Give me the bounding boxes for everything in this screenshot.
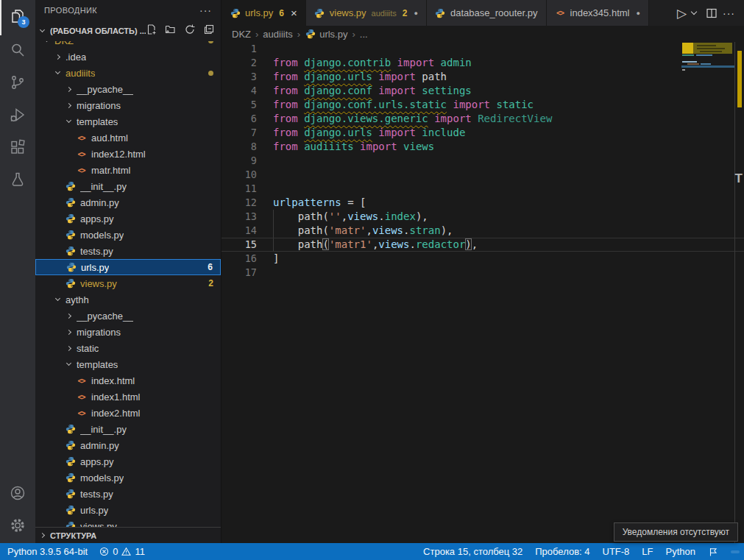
tree-item-__init__.py[interactable]: __init__.py bbox=[35, 421, 221, 437]
tree-item-audiiits[interactable]: audiiits bbox=[35, 65, 221, 81]
code-line-3[interactable]: 3from django.urls import path bbox=[222, 70, 744, 84]
tree-item-.idea[interactable]: .idea bbox=[35, 49, 221, 65]
feedback-icon[interactable] bbox=[708, 547, 718, 557]
tree-item-admin.py[interactable]: admin.py bbox=[35, 437, 221, 453]
code-line-15[interactable]: 15 path('matr1',views.redactor), bbox=[222, 238, 744, 252]
tree-item-static[interactable]: static bbox=[35, 340, 221, 356]
tab-warning-badge: 6 bbox=[279, 8, 284, 18]
activitybar-run-debug[interactable] bbox=[0, 100, 35, 132]
tree-item-__pycache__[interactable]: __pycache__ bbox=[35, 308, 221, 324]
tree-item-admin.py[interactable]: admin.py bbox=[35, 194, 221, 210]
tree-item-__init__.py[interactable]: __init__.py bbox=[35, 178, 221, 194]
code-line-5[interactable]: 5from django.conf.urls.static import sta… bbox=[222, 98, 744, 112]
tree-item-matr.html[interactable]: <>matr.html bbox=[35, 162, 221, 178]
tree-item-index2.html[interactable]: <>index2.html bbox=[35, 405, 221, 421]
tree-item-migrations[interactable]: migrations bbox=[35, 97, 221, 113]
tab-index345.html[interactable]: <>index345.html● bbox=[547, 0, 649, 26]
code-line-9[interactable]: 9 bbox=[222, 154, 744, 168]
tree-item-templates[interactable]: templates bbox=[35, 113, 221, 130]
tree-item-templates[interactable]: templates bbox=[35, 356, 221, 372]
tree-item-aythh[interactable]: aythh bbox=[35, 291, 221, 308]
activitybar-search[interactable] bbox=[0, 35, 35, 68]
breadcrumb-item[interactable]: audiiits bbox=[263, 29, 292, 40]
code-editor[interactable]: 12from django.contrib import admin3from … bbox=[222, 42, 744, 543]
workspace-section-header[interactable]: (РАБОЧАЯ ОБЛАСТЬ) ... bbox=[35, 21, 221, 41]
tree-item-index.html[interactable]: <>index.html bbox=[35, 372, 221, 389]
tab-urls.py[interactable]: urls.py6× bbox=[222, 0, 306, 26]
activitybar-account[interactable] bbox=[0, 478, 35, 511]
tree-item-__pycache__[interactable]: __pycache__ bbox=[35, 81, 221, 97]
python-icon bbox=[65, 456, 76, 467]
tab-views.py[interactable]: views.pyaudiiits2● bbox=[306, 0, 427, 26]
tree-item-label: index12.html bbox=[91, 149, 146, 160]
tree-item-urls.py[interactable]: urls.py6 bbox=[35, 259, 221, 275]
cursor-position-status[interactable]: Строка 15, столбец 32 bbox=[423, 546, 522, 557]
code-line-13[interactable]: 13 path('',views.index), bbox=[222, 210, 744, 224]
run-button[interactable]: ▷ bbox=[677, 6, 687, 21]
eol-status[interactable]: LF bbox=[642, 546, 653, 557]
tree-item-migrations[interactable]: migrations bbox=[35, 324, 221, 340]
code-line-17[interactable]: 17 bbox=[222, 266, 744, 280]
tree-item-apps.py[interactable]: apps.py bbox=[35, 210, 221, 227]
new-file-icon[interactable] bbox=[146, 24, 157, 38]
html-icon: <> bbox=[76, 132, 87, 143]
code-line-10[interactable]: 10 bbox=[222, 168, 744, 182]
activitybar-explorer[interactable]: 3 bbox=[0, 0, 35, 35]
python-icon bbox=[65, 213, 76, 224]
code-line-4[interactable]: 4from django.conf import settings bbox=[222, 84, 744, 98]
code-line-7[interactable]: 7from django.urls import include bbox=[222, 126, 744, 140]
code-line-16[interactable]: 16] bbox=[222, 252, 744, 266]
code-line-14[interactable]: 14 path('matr',views.stran), bbox=[222, 224, 744, 238]
tree-item-tests.py[interactable]: tests.py bbox=[35, 243, 221, 259]
breadcrumb-item[interactable]: ... bbox=[360, 29, 368, 40]
html-icon: <> bbox=[76, 375, 87, 386]
activitybar-source-control[interactable] bbox=[0, 68, 35, 100]
tree-item-models.py[interactable]: models.py bbox=[35, 227, 221, 243]
code-line-12[interactable]: 12urlpatterns = [ bbox=[222, 196, 744, 210]
tree-item-index12.html[interactable]: <>index12.html bbox=[35, 146, 221, 162]
tree-item-apps.py[interactable]: apps.py bbox=[35, 453, 221, 469]
indentation-status[interactable]: Пробелов: 4 bbox=[535, 546, 589, 557]
editor-actions: ▷ ··· bbox=[649, 0, 744, 26]
tree-item-DKZ[interactable]: DKZ bbox=[35, 41, 221, 49]
tree-item-label: audiiits bbox=[65, 68, 95, 79]
breadcrumb-item[interactable]: urls.py bbox=[305, 29, 347, 40]
problems-status[interactable]: 0 11 bbox=[99, 546, 145, 557]
tree-item-tests.py[interactable]: tests.py bbox=[35, 486, 221, 502]
activitybar-testing[interactable] bbox=[0, 165, 35, 197]
vscode-window: 3 ПРОВОДНИК ··· (РАБОЧАЯ ОБЛАСТЬ) ... DK… bbox=[0, 0, 744, 560]
close-icon[interactable]: × bbox=[291, 7, 297, 18]
code-line-8[interactable]: 8from audiiits import views bbox=[222, 140, 744, 154]
tree-item-models.py[interactable]: models.py bbox=[35, 469, 221, 486]
python-interpreter-status[interactable]: Python 3.9.5 64-bit bbox=[7, 546, 88, 557]
code-line-11[interactable]: 11 bbox=[222, 182, 744, 196]
activitybar-settings[interactable] bbox=[0, 511, 35, 543]
code-line-1[interactable]: 1 bbox=[222, 42, 744, 56]
tree-item-index1.html[interactable]: <>index1.html bbox=[35, 389, 221, 405]
explorer-more-icon[interactable]: ··· bbox=[199, 4, 212, 16]
breadcrumb-item[interactable]: DKZ bbox=[232, 29, 251, 40]
new-folder-icon[interactable] bbox=[165, 24, 177, 38]
code-line-6[interactable]: 6from django.views.generic import Redire… bbox=[222, 112, 744, 126]
error-count: 0 bbox=[113, 546, 118, 557]
tree-item-views.py[interactable]: views.py2 bbox=[35, 275, 221, 291]
language-mode-status[interactable]: Python bbox=[666, 546, 695, 557]
scrollbar[interactable] bbox=[734, 42, 744, 543]
tree-item-label: aythh bbox=[65, 294, 89, 305]
outline-section-header[interactable]: СТРУКТУРА bbox=[35, 527, 221, 543]
refresh-icon[interactable] bbox=[184, 24, 196, 38]
minimap[interactable] bbox=[681, 42, 734, 543]
tree-item-views.py[interactable]: views.py bbox=[35, 518, 221, 527]
tree-item-aud.html[interactable]: <>aud.html bbox=[35, 130, 221, 146]
tree-item-urls.py[interactable]: urls.py bbox=[35, 502, 221, 518]
collapse-all-icon[interactable] bbox=[203, 24, 215, 38]
tab-database_roouter.py[interactable]: database_roouter.py bbox=[427, 0, 547, 26]
workspace-label: (РАБОЧАЯ ОБЛАСТЬ) ... bbox=[50, 26, 146, 35]
activitybar-extensions[interactable] bbox=[0, 132, 35, 165]
code-line-2[interactable]: 2from django.contrib import admin bbox=[222, 56, 744, 70]
encoding-status[interactable]: UTF-8 bbox=[603, 546, 630, 557]
run-dropdown-chevron-icon[interactable] bbox=[691, 9, 697, 15]
notifications-bell-icon[interactable] bbox=[731, 550, 740, 553]
more-actions-icon[interactable]: ··· bbox=[723, 7, 735, 19]
split-editor-icon[interactable] bbox=[706, 7, 718, 19]
